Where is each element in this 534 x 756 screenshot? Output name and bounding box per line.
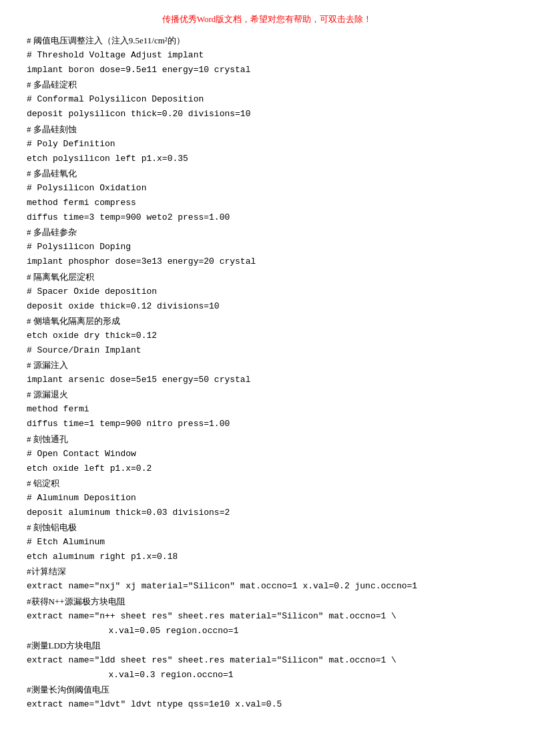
- content-line: # 多晶硅刻蚀: [27, 122, 507, 137]
- content-line: etch oxide left p1.x=0.2: [27, 461, 507, 476]
- code-line: x.val=0.05 region.occno=1: [27, 624, 507, 638]
- content-line: # Threshold Voltage Adjust implant: [27, 48, 507, 63]
- content-line: # 侧墙氧化隔离层的形成: [27, 314, 507, 329]
- content-line: # 源漏注入: [27, 358, 507, 373]
- content-line: # 多晶硅氧化: [27, 166, 507, 181]
- content-line: #测量LDD方块电阻: [27, 638, 507, 653]
- content-line: # 隔离氧化层淀积: [27, 270, 507, 285]
- content-line: extract name="ldd sheet res" sheet.res m…: [27, 653, 507, 668]
- content-line: # Spacer Oxide deposition: [27, 285, 507, 299]
- content-line: # Open Contact Window: [27, 447, 507, 461]
- content-line: extract name="nxj" xj material="Silicon"…: [27, 579, 507, 594]
- content-line: deposit polysilicon thick=0.20 divisions…: [27, 107, 507, 122]
- content-line: # 多晶硅淀积: [27, 77, 507, 92]
- content-line: deposit oxide thick=0.12 divisions=10: [27, 299, 507, 314]
- content-line: # 铝淀积: [27, 476, 507, 491]
- content-line: extract name="ldvt" ldvt ntype qss=1e10 …: [27, 697, 507, 712]
- content-line: implant arsenic dose=5e15 energy=50 crys…: [27, 373, 507, 387]
- content-line: implant phosphor dose=3e13 energy=20 cry…: [27, 254, 507, 269]
- content-line: etch aluminum right p1.x=0.18: [27, 550, 507, 564]
- content-line: #获得N++源漏极方块电阻: [27, 594, 507, 609]
- content-line: method fermi: [27, 402, 507, 417]
- content-line: # Polysilicon Doping: [27, 240, 507, 254]
- content-line: # 源漏退火: [27, 387, 507, 402]
- banner: 传播优秀Word版文档，希望对您有帮助，可双击去除！: [27, 13, 507, 25]
- banner-text: 传播优秀Word版文档，希望对您有帮助，可双击去除！: [162, 14, 372, 24]
- content-line: # Etch Aluminum: [27, 535, 507, 550]
- code-line: x.val=0.3 region.occno=1: [27, 668, 507, 683]
- content-line: extract name="n++ sheet res" sheet.res m…: [27, 609, 507, 624]
- content-line: implant boron dose=9.5e11 energy=10 crys…: [27, 63, 507, 77]
- content-line: method fermi compress: [27, 196, 507, 210]
- content-line: # Source/Drain Implant: [27, 343, 507, 358]
- content-line: #计算结深: [27, 564, 507, 579]
- content-line: #测量长沟倒阈值电压: [27, 683, 507, 697]
- content-line: deposit aluminum thick=0.03 divisions=2: [27, 506, 507, 520]
- content-line: # Poly Definition: [27, 137, 507, 152]
- content-line: diffus time=3 temp=900 weto2 press=1.00: [27, 210, 507, 225]
- content-line: # 多晶硅参杂: [27, 225, 507, 240]
- content-line: # Conformal Polysilicon Deposition: [27, 92, 507, 107]
- content-line: etch oxide dry thick=0.12: [27, 329, 507, 343]
- content-line: etch polysilicon left p1.x=0.35: [27, 152, 507, 166]
- content-line: diffus time=1 temp=900 nitro press=1.00: [27, 417, 507, 431]
- content-line: # 刻蚀铝电极: [27, 520, 507, 535]
- content-line: # Polysilicon Oxidation: [27, 181, 507, 196]
- content-line: # 阈值电压调整注入（注入9.5e11/cm²的）: [27, 33, 507, 48]
- content-area: # 阈值电压调整注入（注入9.5e11/cm²的）# Threshold Vol…: [27, 33, 507, 712]
- content-line: # Aluminum Deposition: [27, 491, 507, 506]
- content-line: # 刻蚀通孔: [27, 432, 507, 447]
